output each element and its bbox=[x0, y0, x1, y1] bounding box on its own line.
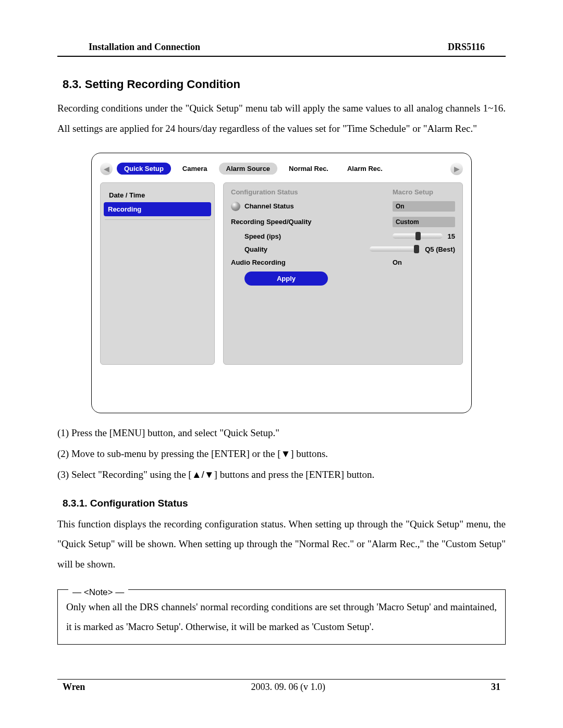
footer-left: Wren bbox=[63, 682, 85, 693]
apply-button[interactable]: Apply bbox=[244, 272, 328, 286]
tabs-next-icon[interactable]: ▶ bbox=[450, 163, 463, 175]
value-channel-status[interactable]: On bbox=[393, 201, 455, 212]
header-left: Installation and Connection bbox=[89, 42, 200, 53]
value-quality: Q5 (Best) bbox=[425, 245, 455, 253]
value-rs-quality[interactable]: Custom bbox=[393, 217, 455, 227]
step-3: (3) Select "Recording" using the [▲/▼] b… bbox=[57, 464, 506, 485]
sidebar-separator bbox=[105, 219, 210, 220]
label-audio: Audio Recording bbox=[231, 258, 393, 266]
subsection-body: This function displays the recording con… bbox=[57, 514, 506, 575]
slider-speed[interactable] bbox=[393, 233, 443, 239]
subsection-title: 8.3.1. Configuration Status bbox=[63, 498, 506, 509]
label-rs-quality: Recording Speed/Quality bbox=[231, 218, 393, 226]
value-speed: 15 bbox=[448, 232, 455, 240]
down-triangle-icon: ▼ bbox=[280, 448, 290, 459]
tab-quick-setup[interactable]: Quick Setup bbox=[117, 163, 171, 175]
tab-alarm-source[interactable]: Alarm Source bbox=[219, 163, 278, 175]
label-config-status: Configuration Status bbox=[231, 188, 393, 196]
note-box: <Note> Only when all the DRS channels' n… bbox=[57, 589, 506, 645]
section-intro: Recording conditions under the "Quick Se… bbox=[57, 98, 506, 139]
header-rule bbox=[57, 56, 506, 57]
sidebar: Date / Time Recording bbox=[100, 182, 215, 365]
slider-quality-thumb[interactable] bbox=[414, 245, 419, 253]
label-channel-status: Channel Status bbox=[244, 202, 393, 210]
step-1: (1) Press the [MENU] button, and select … bbox=[57, 423, 506, 443]
footer-mid: 2003. 09. 06 (v 1.0) bbox=[251, 682, 325, 693]
tab-alarm-rec[interactable]: Alarm Rec. bbox=[340, 163, 390, 175]
label-speed: Speed (ips) bbox=[231, 232, 393, 240]
note-body: Only when all the DRS channels' normal r… bbox=[66, 601, 497, 632]
channel-status-icon bbox=[231, 202, 240, 211]
value-audio: On bbox=[393, 258, 455, 266]
note-legend: <Note> bbox=[68, 584, 128, 601]
label-quality: Quality bbox=[231, 245, 370, 253]
header-right: DRS5116 bbox=[448, 42, 485, 53]
section-title: 8.3. Setting Recording Condition bbox=[63, 78, 506, 91]
tabs-prev-icon[interactable]: ◀ bbox=[100, 163, 113, 175]
footer-rule bbox=[57, 679, 506, 680]
footer-right: 31 bbox=[491, 682, 500, 693]
step-2: (2) Move to sub-menu by pressing the [EN… bbox=[57, 443, 506, 464]
tab-normal-rec[interactable]: Normal Rec. bbox=[282, 163, 336, 175]
main-panel: Configuration Status Macro Setup Channel… bbox=[223, 182, 463, 365]
slider-quality[interactable] bbox=[370, 246, 420, 252]
tab-camera[interactable]: Camera bbox=[175, 163, 215, 175]
slider-speed-thumb[interactable] bbox=[415, 232, 421, 240]
sidebar-item-datetime[interactable]: Date / Time bbox=[105, 188, 210, 202]
tab-bar: ◀ Quick Setup Camera Alarm Source Normal… bbox=[100, 163, 463, 175]
footer: Wren 2003. 09. 06 (v 1.0) 31 bbox=[57, 679, 506, 693]
updown-triangle-icon: ▲/▼ bbox=[192, 469, 214, 480]
value-macro-setup: Macro Setup bbox=[393, 188, 455, 196]
steps: (1) Press the [MENU] button, and select … bbox=[57, 423, 506, 485]
sidebar-item-recording[interactable]: Recording bbox=[104, 202, 211, 216]
device-screenshot: ◀ Quick Setup Camera Alarm Source Normal… bbox=[91, 153, 472, 413]
